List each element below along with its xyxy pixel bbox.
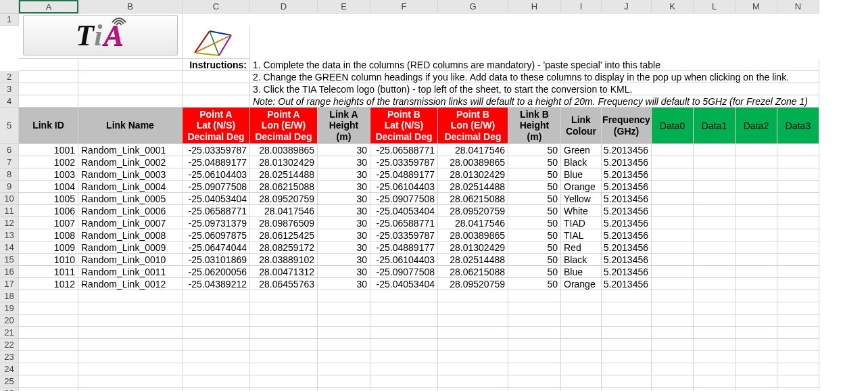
cell-a-height[interactable]: 30 xyxy=(318,181,370,193)
cell-pb-lon[interactable]: 28.06215088 xyxy=(438,266,508,278)
cell-data0[interactable] xyxy=(652,168,694,181)
col-header-I[interactable]: I xyxy=(561,0,602,14)
cell-colour[interactable]: Blue xyxy=(561,168,602,181)
cell-colour[interactable]: White xyxy=(561,205,602,217)
cell-pb-lat[interactable]: -25.04889177 xyxy=(370,168,438,181)
cell[interactable] xyxy=(78,95,183,108)
cell[interactable] xyxy=(19,315,78,327)
cell-pa-lat[interactable]: -25.03359787 xyxy=(183,144,250,156)
th-link-a-height[interactable]: Link AHeight (m) xyxy=(318,108,370,144)
cell[interactable] xyxy=(438,290,508,302)
cell[interactable] xyxy=(19,327,78,339)
cell-data1[interactable] xyxy=(694,278,736,290)
cell[interactable] xyxy=(694,339,736,351)
cell-data1[interactable] xyxy=(694,242,736,254)
col-header-E[interactable]: E xyxy=(318,0,370,14)
cell-colour[interactable]: Blue xyxy=(561,266,602,278)
cell-data1[interactable] xyxy=(694,156,736,168)
cell-link-id[interactable]: 1011 xyxy=(19,266,78,278)
row-header-7[interactable]: 7 xyxy=(0,156,19,168)
row-header-12[interactable]: 12 xyxy=(0,217,19,229)
cell[interactable] xyxy=(318,315,370,327)
row-header-17[interactable]: 17 xyxy=(0,278,19,290)
cell-data0[interactable] xyxy=(652,266,694,278)
cell[interactable] xyxy=(19,388,78,391)
cell-data3[interactable] xyxy=(777,205,819,217)
cell[interactable] xyxy=(250,327,318,339)
cell[interactable] xyxy=(736,290,777,302)
row-header-23[interactable]: 23 xyxy=(0,351,19,363)
row-header-24[interactable]: 24 xyxy=(0,363,19,375)
cell[interactable] xyxy=(438,302,508,315)
cell-b-height[interactable]: 50 xyxy=(508,266,561,278)
cell-frequency[interactable]: 5.2013456 xyxy=(602,205,652,217)
cell-frequency[interactable]: 5.2013456 xyxy=(602,229,652,242)
cell[interactable] xyxy=(370,388,438,391)
cell[interactable] xyxy=(561,290,602,302)
row-header-26[interactable]: 26 xyxy=(0,388,19,391)
cell-data0[interactable] xyxy=(652,278,694,290)
cell-pa-lon[interactable]: 28.06215088 xyxy=(250,181,318,193)
cell[interactable] xyxy=(561,315,602,327)
col-header-F[interactable]: F xyxy=(370,0,438,14)
cell[interactable] xyxy=(652,363,694,375)
cell-a-height[interactable]: 30 xyxy=(318,193,370,205)
col-header-L[interactable]: L xyxy=(694,0,736,14)
cell[interactable] xyxy=(250,302,318,315)
cell-a-height[interactable]: 30 xyxy=(318,144,370,156)
cell[interactable] xyxy=(250,363,318,375)
th-link-name[interactable]: Link Name xyxy=(78,108,183,144)
cell-data2[interactable] xyxy=(736,254,777,266)
cell[interactable] xyxy=(736,351,777,363)
cell-pb-lat[interactable]: -25.06588771 xyxy=(370,144,438,156)
cell-pb-lat[interactable]: -25.06104403 xyxy=(370,181,438,193)
cell[interactable] xyxy=(652,327,694,339)
cell[interactable] xyxy=(777,327,819,339)
cell-colour[interactable]: Green xyxy=(561,144,602,156)
row-header-14[interactable]: 14 xyxy=(0,242,19,254)
cell[interactable] xyxy=(561,327,602,339)
cell[interactable] xyxy=(19,83,78,95)
th-data2[interactable]: Data2 xyxy=(736,108,777,144)
cell-pb-lon[interactable]: 28.09520759 xyxy=(438,205,508,217)
th-data1[interactable]: Data1 xyxy=(694,108,736,144)
cell-pa-lat[interactable]: -25.04889177 xyxy=(183,156,250,168)
cell[interactable] xyxy=(694,302,736,315)
cell[interactable] xyxy=(370,363,438,375)
cell-data1[interactable] xyxy=(694,229,736,242)
cell-pa-lon[interactable]: 28.08259172 xyxy=(250,242,318,254)
cell[interactable] xyxy=(438,351,508,363)
cell-pa-lat[interactable]: -25.06474044 xyxy=(183,242,250,254)
cell[interactable] xyxy=(78,363,183,375)
cell[interactable] xyxy=(19,71,78,83)
cell[interactable] xyxy=(652,302,694,315)
cell[interactable] xyxy=(694,351,736,363)
cell[interactable] xyxy=(78,339,183,351)
cell[interactable] xyxy=(652,339,694,351)
cell-data1[interactable] xyxy=(694,217,736,229)
cell-link-name[interactable]: Random_Link_0011 xyxy=(78,266,183,278)
row-header-15[interactable]: 15 xyxy=(0,254,19,266)
cell-data3[interactable] xyxy=(777,242,819,254)
cell-pa-lon[interactable]: 28.02514488 xyxy=(250,168,318,181)
row-header-18[interactable]: 18 xyxy=(0,290,19,302)
cell[interactable] xyxy=(777,375,819,388)
cell-pa-lon[interactable]: 28.0417546 xyxy=(250,205,318,217)
cell-pb-lat[interactable]: -25.06104403 xyxy=(370,254,438,266)
cell-link-id[interactable]: 1008 xyxy=(19,229,78,242)
cell-frequency[interactable]: 5.2013456 xyxy=(602,278,652,290)
cell-data2[interactable] xyxy=(736,217,777,229)
cell[interactable] xyxy=(183,302,250,315)
cell-data3[interactable] xyxy=(777,156,819,168)
cell[interactable] xyxy=(78,388,183,391)
th-point-a-lon[interactable]: Point ALon (E/W)Decimal Deg xyxy=(250,108,318,144)
cell-link-name[interactable]: Random_Link_0003 xyxy=(78,168,183,181)
row-header-4[interactable]: 4 xyxy=(0,95,19,108)
cell-link-id[interactable]: 1005 xyxy=(19,193,78,205)
cell-pb-lon[interactable]: 28.02514488 xyxy=(438,254,508,266)
cell[interactable] xyxy=(508,363,561,375)
cell[interactable] xyxy=(318,302,370,315)
cell-data3[interactable] xyxy=(777,181,819,193)
cell-pa-lat[interactable]: -25.06588771 xyxy=(183,205,250,217)
cell[interactable] xyxy=(777,363,819,375)
